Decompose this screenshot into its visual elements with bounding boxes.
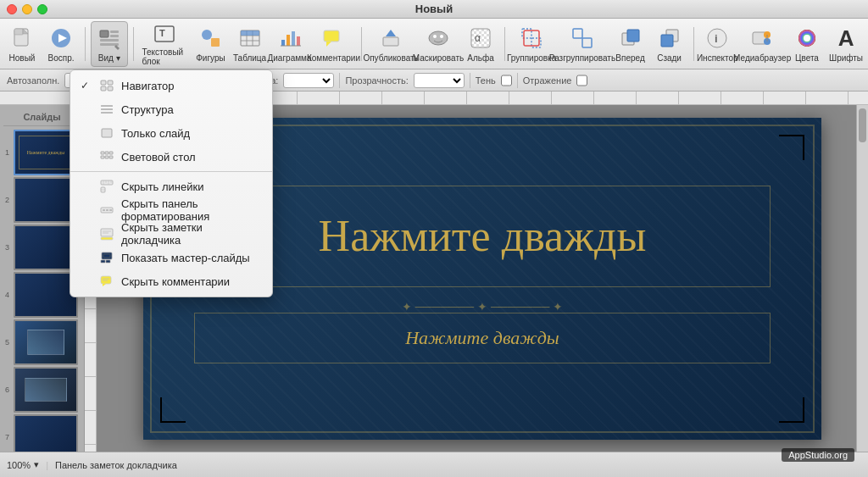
zoom-value: 100% [7, 460, 31, 470]
presenter-label: Скрыть заметки докладчика [121, 221, 262, 247]
zoom-control[interactable]: 100% ▾ [7, 459, 39, 470]
menu-item-format-bar[interactable]: Скрыть панель форматирования [70, 198, 272, 222]
fonts-icon: A [832, 25, 860, 52]
menu-item-structure[interactable]: Структура [70, 97, 272, 121]
menu-item-lightbox[interactable]: Световой стол [70, 145, 272, 169]
media-label: Медиабраузер [733, 53, 791, 63]
window-title: Новый [415, 3, 453, 15]
menu-sep-1 [70, 171, 272, 172]
ungroup-button[interactable]: Разгруппировать [554, 21, 609, 67]
shapes-button[interactable]: Фигуры [192, 21, 230, 67]
svg-point-31 [433, 35, 437, 38]
slide-title-text: Нажмите дважды [319, 211, 647, 261]
svg-rect-68 [101, 156, 104, 158]
svg-rect-66 [105, 152, 108, 154]
slide-thumb-1[interactable]: Нажмите дважды [14, 130, 78, 175]
media-icon [748, 25, 776, 52]
slide-num-1: 1 [5, 148, 9, 157]
back-button[interactable]: Сзади [651, 21, 688, 67]
chart-button[interactable]: Диаграмма [270, 21, 309, 67]
close-button[interactable] [7, 4, 17, 14]
group-button[interactable]: Группировка [510, 21, 554, 67]
slide-subtitle-area[interactable]: Нажмите дважды [194, 313, 771, 363]
menu-item-presenter[interactable]: Скрыть заметки докладчика [70, 222, 272, 246]
minimize-button[interactable] [22, 4, 32, 14]
menu-item-rulers[interactable]: Скрыть линейки [70, 175, 272, 198]
watermark-text: AppStudio.org [782, 448, 854, 462]
menu-item-comments[interactable]: Скрыть комментарии [70, 269, 272, 293]
corner-ornament-bl [160, 397, 186, 423]
media-button[interactable]: Медиабраузер [737, 21, 787, 67]
new-button[interactable]: Новый [3, 21, 41, 67]
slide-thumb-3[interactable] [14, 225, 78, 270]
table-button[interactable]: Таблица [231, 21, 269, 67]
slide-num-7: 7 [5, 433, 9, 441]
slide-title-area[interactable]: Нажмите дважды [194, 186, 771, 287]
shadow-checkbox[interactable] [501, 73, 512, 88]
view-label: Вид ▾ [98, 53, 120, 63]
publish-button[interactable]: Опубликовать [367, 21, 415, 67]
svg-rect-70 [109, 156, 113, 158]
rulers-icon [99, 179, 114, 194]
menu-item-slide-only[interactable]: Только слайд [70, 121, 272, 145]
inspector-button[interactable]: i Инспектор [698, 21, 736, 67]
slide-thumb-5[interactable] [14, 319, 78, 365]
master-label: Показать мастер-слайды [121, 252, 250, 264]
lock-select[interactable] [283, 73, 334, 88]
svg-point-32 [440, 35, 443, 38]
svg-rect-1 [14, 29, 23, 35]
comment-button[interactable]: Комментарии [310, 21, 356, 67]
notes-label: Панель заметок докладчика [55, 460, 854, 470]
autofill-label: Автозаполн. [7, 75, 59, 86]
view-button[interactable]: Вид ▾ [91, 21, 128, 67]
mask-button[interactable]: Маскировать [416, 21, 460, 67]
ungroup-label: Разгруппировать [549, 53, 615, 63]
menu-item-master[interactable]: Показать мастер-слайды [70, 246, 272, 269]
slide-thumb-2[interactable] [14, 177, 78, 223]
play-label: Воспр. [48, 53, 75, 63]
slide-subtitle-text: Нажмите дважды [405, 327, 559, 349]
format-bar-label: Скрыть панель форматирования [121, 197, 262, 223]
publish-icon [377, 25, 404, 52]
publish-label: Опубликовать [363, 53, 418, 63]
svg-rect-62 [101, 108, 113, 110]
svg-rect-58 [108, 80, 113, 85]
svg-rect-67 [109, 152, 113, 154]
svg-rect-5 [100, 31, 108, 37]
shadow-label: Тень [476, 75, 496, 86]
colors-label: Цвета [795, 53, 819, 63]
new-icon [8, 25, 36, 52]
status-sep: | [46, 460, 48, 470]
menu-item-navigator[interactable]: ✓ Навигатор [70, 74, 272, 97]
svg-rect-82 [101, 229, 113, 236]
play-button[interactable]: Воспр. [42, 21, 80, 67]
textblock-button[interactable]: T Текстовый блок [138, 21, 190, 67]
scrollbar-thumb[interactable] [859, 108, 866, 142]
opacity-select[interactable] [414, 73, 465, 88]
vertical-scrollbar[interactable] [856, 105, 868, 452]
shapes-icon [198, 25, 225, 52]
format-sep-4 [470, 73, 470, 88]
svg-rect-60 [108, 86, 113, 91]
textblock-label: Текстовый блок [142, 47, 186, 66]
new-label: Новый [9, 53, 36, 63]
forward-button[interactable]: Вперед [612, 21, 649, 67]
maximize-button[interactable] [37, 4, 47, 14]
inspector-label: Инспектор [697, 53, 738, 63]
svg-rect-7 [110, 35, 119, 37]
reflection-label: Отражение [523, 75, 572, 86]
slide-thumb-7[interactable] [14, 414, 78, 452]
fonts-button[interactable]: A Шрифты [827, 21, 865, 67]
slide-thumb-4[interactable] [14, 272, 78, 318]
colors-button[interactable]: Цвета [788, 21, 826, 67]
svg-rect-42 [573, 29, 582, 38]
zoom-icon: ▾ [34, 459, 39, 470]
format-bar-icon [99, 202, 114, 218]
toolbar-sep-1 [85, 27, 86, 61]
reflection-checkbox[interactable] [576, 73, 587, 88]
slide-thumb-6[interactable] [14, 367, 78, 413]
slide-num-3: 3 [5, 243, 9, 252]
svg-rect-47 [661, 35, 673, 47]
alpha-button[interactable]: α Альфа [462, 21, 499, 67]
comment-icon [320, 25, 347, 52]
